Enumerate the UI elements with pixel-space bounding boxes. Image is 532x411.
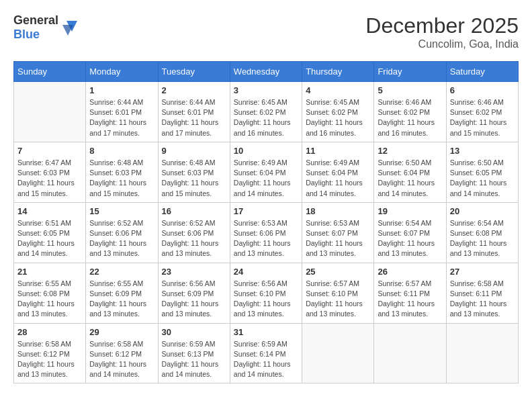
day-number: 31 [234,327,298,337]
day-info: Sunrise: 6:50 AMSunset: 6:04 PMDaylight:… [378,158,442,199]
day-number: 5 [378,85,442,95]
calendar-cell: 19Sunrise: 6:54 AMSunset: 6:07 PMDayligh… [374,202,446,263]
calendar-cell: 7Sunrise: 6:47 AMSunset: 6:03 PMDaylight… [14,142,86,202]
day-info: Sunrise: 6:58 AMSunset: 6:12 PMDaylight:… [17,339,82,380]
logo-icon [60,18,79,37]
calendar-table: SundayMondayTuesdayWednesdayThursdayFrid… [13,61,519,383]
day-number: 10 [234,146,298,156]
weekday-header-wednesday: Wednesday [230,62,302,82]
day-number: 9 [162,146,226,156]
day-info: Sunrise: 6:59 AMSunset: 6:13 PMDaylight:… [162,339,226,380]
calendar-cell: 29Sunrise: 6:58 AMSunset: 6:12 PMDayligh… [86,323,158,383]
day-number: 8 [89,146,154,156]
day-info: Sunrise: 6:48 AMSunset: 6:03 PMDaylight:… [89,158,154,199]
day-info: Sunrise: 6:45 AMSunset: 6:02 PMDaylight:… [306,97,370,138]
day-number: 2 [162,85,226,95]
day-info: Sunrise: 6:48 AMSunset: 6:03 PMDaylight:… [162,158,226,199]
day-number: 1 [89,85,154,95]
weekday-header-monday: Monday [86,62,158,82]
day-number: 23 [162,267,226,277]
calendar-cell: 8Sunrise: 6:48 AMSunset: 6:03 PMDaylight… [86,142,158,202]
logo-blue: Blue [13,28,40,41]
day-info: Sunrise: 6:44 AMSunset: 6:01 PMDaylight:… [162,97,226,138]
day-info: Sunrise: 6:58 AMSunset: 6:12 PMDaylight:… [89,339,154,380]
day-info: Sunrise: 6:50 AMSunset: 6:05 PMDaylight:… [450,158,515,199]
day-info: Sunrise: 6:46 AMSunset: 6:02 PMDaylight:… [378,97,442,138]
calendar-cell: 9Sunrise: 6:48 AMSunset: 6:03 PMDaylight… [158,142,230,202]
calendar-cell: 28Sunrise: 6:58 AMSunset: 6:12 PMDayligh… [14,323,86,383]
calendar-cell: 27Sunrise: 6:58 AMSunset: 6:11 PMDayligh… [446,263,518,323]
month-title: December 2025 [365,13,519,38]
day-info: Sunrise: 6:58 AMSunset: 6:11 PMDaylight:… [450,279,515,320]
day-number: 18 [306,206,370,216]
calendar-cell [302,323,374,383]
calendar-cell: 22Sunrise: 6:55 AMSunset: 6:09 PMDayligh… [86,263,158,323]
weekday-header-sunday: Sunday [14,62,86,82]
weekday-header-tuesday: Tuesday [158,62,230,82]
calendar-cell: 25Sunrise: 6:57 AMSunset: 6:10 PMDayligh… [302,263,374,323]
calendar-cell: 4Sunrise: 6:45 AMSunset: 6:02 PMDaylight… [302,82,374,142]
calendar-cell: 18Sunrise: 6:53 AMSunset: 6:07 PMDayligh… [302,202,374,263]
day-number: 22 [89,267,154,277]
location-title: Cuncolim, Goa, India [365,38,519,50]
day-info: Sunrise: 6:52 AMSunset: 6:06 PMDaylight:… [89,218,154,259]
day-info: Sunrise: 6:55 AMSunset: 6:09 PMDaylight:… [89,279,154,320]
day-info: Sunrise: 6:53 AMSunset: 6:06 PMDaylight:… [234,218,298,259]
day-number: 6 [450,85,515,95]
day-info: Sunrise: 6:52 AMSunset: 6:06 PMDaylight:… [162,218,226,259]
calendar-cell: 12Sunrise: 6:50 AMSunset: 6:04 PMDayligh… [374,142,446,202]
day-number: 24 [234,267,298,277]
day-info: Sunrise: 6:49 AMSunset: 6:04 PMDaylight:… [234,158,298,199]
day-info: Sunrise: 6:59 AMSunset: 6:14 PMDaylight:… [234,339,298,380]
day-info: Sunrise: 6:57 AMSunset: 6:10 PMDaylight:… [306,279,370,320]
day-info: Sunrise: 6:46 AMSunset: 6:02 PMDaylight:… [450,97,515,138]
day-info: Sunrise: 6:54 AMSunset: 6:07 PMDaylight:… [378,218,442,259]
calendar-cell: 13Sunrise: 6:50 AMSunset: 6:05 PMDayligh… [446,142,518,202]
day-info: Sunrise: 6:47 AMSunset: 6:03 PMDaylight:… [17,158,82,199]
weekday-header-row: SundayMondayTuesdayWednesdayThursdayFrid… [14,62,519,82]
logo-text: General Blue [13,13,58,42]
day-number: 12 [378,146,442,156]
week-row-2: 7Sunrise: 6:47 AMSunset: 6:03 PMDaylight… [14,142,519,202]
weekday-header-saturday: Saturday [446,62,518,82]
day-number: 13 [450,146,515,156]
calendar-cell: 1Sunrise: 6:44 AMSunset: 6:01 PMDaylight… [86,82,158,142]
weekday-header-thursday: Thursday [302,62,374,82]
calendar-cell [446,323,518,383]
calendar-cell: 23Sunrise: 6:56 AMSunset: 6:09 PMDayligh… [158,263,230,323]
day-number: 16 [162,206,226,216]
calendar-cell: 15Sunrise: 6:52 AMSunset: 6:06 PMDayligh… [86,202,158,263]
page-header: General Blue December 2025 Cuncolim, Goa… [13,13,519,50]
day-number: 28 [17,327,82,337]
calendar-cell: 10Sunrise: 6:49 AMSunset: 6:04 PMDayligh… [230,142,302,202]
calendar-cell: 31Sunrise: 6:59 AMSunset: 6:14 PMDayligh… [230,323,302,383]
day-info: Sunrise: 6:44 AMSunset: 6:01 PMDaylight:… [89,97,154,138]
logo-general: General [13,13,58,27]
calendar-cell: 11Sunrise: 6:49 AMSunset: 6:04 PMDayligh… [302,142,374,202]
calendar-cell: 26Sunrise: 6:57 AMSunset: 6:11 PMDayligh… [374,263,446,323]
day-number: 3 [234,85,298,95]
week-row-1: 1Sunrise: 6:44 AMSunset: 6:01 PMDaylight… [14,82,519,142]
calendar-cell [374,323,446,383]
day-number: 25 [306,267,370,277]
calendar-cell: 3Sunrise: 6:45 AMSunset: 6:02 PMDaylight… [230,82,302,142]
week-row-4: 21Sunrise: 6:55 AMSunset: 6:08 PMDayligh… [14,263,519,323]
day-number: 19 [378,206,442,216]
day-number: 14 [17,206,82,216]
day-number: 20 [450,206,515,216]
day-number: 11 [306,146,370,156]
calendar-cell: 14Sunrise: 6:51 AMSunset: 6:05 PMDayligh… [14,202,86,263]
day-info: Sunrise: 6:45 AMSunset: 6:02 PMDaylight:… [234,97,298,138]
day-number: 21 [17,267,82,277]
calendar-cell: 30Sunrise: 6:59 AMSunset: 6:13 PMDayligh… [158,323,230,383]
title-block: December 2025 Cuncolim, Goa, India [365,13,519,50]
calendar-cell: 24Sunrise: 6:56 AMSunset: 6:10 PMDayligh… [230,263,302,323]
weekday-header-friday: Friday [374,62,446,82]
day-info: Sunrise: 6:55 AMSunset: 6:08 PMDaylight:… [17,279,82,320]
day-number: 4 [306,85,370,95]
day-number: 15 [89,206,154,216]
day-info: Sunrise: 6:49 AMSunset: 6:04 PMDaylight:… [306,158,370,199]
calendar-cell: 5Sunrise: 6:46 AMSunset: 6:02 PMDaylight… [374,82,446,142]
day-number: 17 [234,206,298,216]
logo: General Blue [13,13,79,42]
